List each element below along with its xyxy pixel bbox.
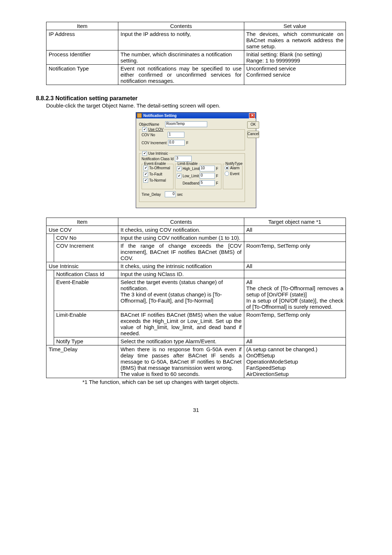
group-limit-enable: Limit-Enable ✔ High_Limit 10 F ✔: [175, 164, 221, 189]
group-notify-type: NotifyType Alarm Event: [223, 164, 242, 189]
table-row: Process Identifier The number, which dis…: [46, 50, 346, 65]
low-limit-unit: F: [216, 174, 218, 178]
th-contents: Contents: [118, 218, 244, 226]
table-notification-setting-parameter: Item Contents Target object name *1 Use …: [46, 218, 346, 378]
objectname-input[interactable]: RoomTemp: [165, 121, 207, 127]
ncid-label: Notification Class Id: [142, 157, 173, 161]
cov-inc-label: COV Increment: [142, 141, 167, 145]
close-icon[interactable]: ✕: [249, 113, 255, 118]
checkbox-to-fault[interactable]: ✔: [143, 172, 148, 177]
low-limit-label: Low_Limit: [183, 174, 199, 178]
objectname-label: ObjectName: [139, 122, 164, 126]
ok-button[interactable]: OK: [247, 121, 259, 129]
to-offnormal-label: To-Offnormal: [149, 166, 170, 170]
table-row: Notification Class Id Input the using NC…: [46, 270, 346, 278]
checkbox-to-normal[interactable]: ✔: [143, 178, 148, 183]
cov-inc-input[interactable]: 0.0: [168, 140, 185, 146]
checkbox-low-limit[interactable]: ✔: [177, 174, 181, 178]
notify-type-legend: NotifyType: [225, 162, 243, 166]
event-label: Event: [230, 172, 240, 176]
section-text: Double-click the target Object Name. The…: [46, 102, 346, 109]
cov-no-label: COV No: [142, 133, 166, 137]
th-target: Target object name *1: [244, 218, 346, 226]
high-limit-unit: F: [216, 167, 218, 171]
cancel-button[interactable]: Cancel: [247, 131, 259, 138]
section-heading: 8.8.2.3 Notification setting parameter: [36, 95, 346, 102]
time-delay-label: Time_Delay: [142, 193, 163, 197]
table-row: Limit-Enable BACnet IF notifies BACnet (…: [46, 311, 346, 337]
table-row: Notification Type Event not notification…: [46, 65, 346, 85]
group-event-enable: Event-Enable ✔ To-Offnormal ✔ To-Fault: [142, 164, 173, 189]
checkbox-to-offnormal[interactable]: ✔: [143, 166, 148, 170]
deadband-label: Deadband: [183, 181, 199, 185]
table-row: Time_Delay When there is no response fro…: [46, 345, 346, 378]
table-row: COV Increment If the range of change exc…: [46, 242, 346, 262]
event-enable-legend: Event-Enable: [143, 162, 167, 166]
limit-enable-legend: Limit-Enable: [177, 162, 199, 166]
low-limit-input[interactable]: 0: [200, 173, 215, 179]
table-notification-recipient: Item Contents Set value IP Address Input…: [46, 22, 346, 85]
dialog-screenshot: Notification Setting ✕ ObjectName RoomTe…: [46, 112, 346, 208]
use-intrinsic-label: Use Intrinsic: [148, 151, 168, 155]
checkbox-high-limit[interactable]: ✔: [177, 166, 181, 171]
table-row: Event-Enable Select the target events (s…: [46, 278, 346, 311]
checkbox-use-cov[interactable]: ✔: [142, 127, 147, 132]
to-normal-label: To-Normal: [149, 178, 166, 182]
high-limit-input[interactable]: 10: [200, 166, 215, 171]
th-item: Item: [46, 22, 118, 30]
cov-inc-unit: F: [186, 141, 188, 145]
table-row: COV No Input the using COV notification …: [46, 234, 346, 242]
to-fault-label: To-Fault: [149, 172, 162, 176]
checkbox-use-intrinsic[interactable]: ✔: [142, 151, 147, 156]
th-item: Item: [46, 218, 118, 226]
th-set-value: Set value: [244, 22, 346, 30]
app-icon: [137, 113, 142, 118]
dialog-title: Notification Setting: [143, 114, 177, 118]
ncid-input[interactable]: 3: [175, 156, 192, 162]
cov-no-input[interactable]: 1: [168, 132, 184, 138]
high-limit-label: High_Limit: [183, 167, 199, 171]
table-row: Notify Type Select the notification type…: [46, 337, 346, 345]
radio-event[interactable]: [225, 171, 229, 176]
use-cov-label: Use COV: [148, 127, 163, 131]
th-contents: Contents: [118, 22, 244, 30]
table-row: IP Address Input the IP address to notif…: [46, 30, 346, 50]
fieldset-use-cov: ✔ Use COV COV No 1 COV Increment 0.0 F: [139, 129, 245, 150]
table-row: Use COV It checks, using COV notificatio…: [46, 226, 346, 234]
fieldset-use-intrinsic: ✔ Use Intrinsic Notification Class Id 3: [139, 153, 245, 202]
time-delay-input[interactable]: 0: [165, 191, 176, 197]
alarm-label: Alarm: [230, 166, 240, 170]
footnote: *1 The function, which can be set up cha…: [82, 379, 346, 385]
deadband-input[interactable]: 5: [200, 180, 215, 186]
table-row: Use Intrinsic It cheks, using the intrin…: [46, 262, 346, 270]
time-delay-unit: sec: [177, 193, 183, 197]
deadband-unit: F: [216, 181, 218, 185]
dialog-titlebar: Notification Setting ✕: [136, 113, 256, 118]
radio-alarm[interactable]: [225, 166, 229, 170]
page-number: 31: [46, 407, 346, 413]
